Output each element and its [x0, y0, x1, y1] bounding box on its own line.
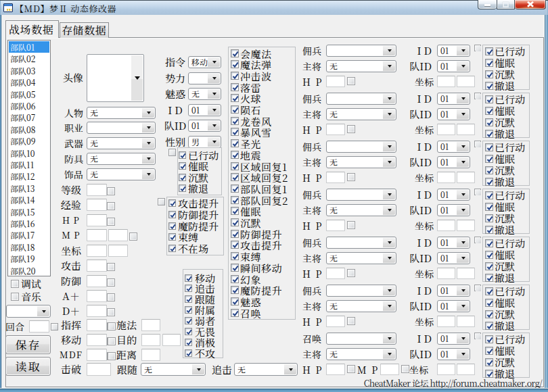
merc-flag-checkbox[interactable] — [485, 191, 493, 199]
merc-combo1-6[interactable] — [326, 333, 396, 345]
merc-combo2-3[interactable]: 无 — [326, 204, 396, 216]
stat-input[interactable] — [87, 319, 107, 331]
debug-checkbox[interactable] — [11, 280, 19, 288]
merc-combo1-4[interactable] — [326, 237, 396, 249]
merc-combo1-0[interactable] — [326, 45, 396, 57]
troop-list-item[interactable]: 部队01 — [9, 41, 49, 53]
merc-hp-checkbox[interactable] — [347, 365, 355, 373]
merc-flag-checkbox[interactable] — [485, 143, 493, 151]
maximize-button[interactable] — [497, 0, 515, 9]
skill-checkbox[interactable] — [231, 173, 239, 181]
merc-coord-y-input[interactable] — [457, 76, 475, 87]
merc-hp-input[interactable] — [326, 172, 345, 183]
merc-flag-checkbox[interactable] — [485, 82, 493, 90]
skill-checkbox[interactable] — [231, 185, 239, 193]
merc-flags-group-checkbox[interactable] — [474, 45, 481, 51]
command-combo-4[interactable]: 01 — [188, 120, 221, 132]
troop-list-item[interactable]: 部队18 — [9, 241, 49, 253]
char-combo-3[interactable]: 无 — [87, 153, 156, 165]
tab-storage-data[interactable]: 存储数据 — [60, 22, 109, 38]
merc-flag-checkbox[interactable] — [485, 287, 493, 295]
state-checkbox[interactable] — [179, 151, 186, 159]
merc-flag-checkbox[interactable] — [485, 322, 493, 330]
state-group-checkbox[interactable] — [168, 149, 176, 156]
stat-input[interactable] — [87, 214, 107, 226]
music-checkbox[interactable] — [11, 293, 19, 301]
pursue-combo[interactable]: 无 — [234, 363, 298, 376]
stat-input[interactable] — [87, 260, 107, 272]
stat-input[interactable] — [87, 275, 107, 287]
state-checkbox[interactable] — [179, 162, 186, 170]
merc-coord-y-input[interactable] — [457, 316, 475, 327]
merc-id-combo-3[interactable]: 01 — [437, 189, 470, 201]
merc-flag-checkbox[interactable] — [485, 118, 493, 126]
ai-checkbox[interactable] — [185, 306, 192, 314]
skill-checkbox[interactable] — [231, 241, 239, 249]
stat-input[interactable] — [87, 305, 107, 317]
merc-id-combo-6[interactable]: 01 — [437, 333, 470, 345]
skill-checkbox[interactable] — [231, 162, 239, 170]
troop-list-item[interactable]: 部队06 — [9, 100, 49, 112]
troop-list-item[interactable]: 部队19 — [9, 253, 49, 264]
follow-combo[interactable]: 无 — [141, 363, 206, 376]
merc-coord-x-input[interactable] — [437, 220, 455, 231]
merc-flag-checkbox[interactable] — [485, 239, 493, 247]
merc-combo1-2[interactable] — [326, 141, 396, 153]
stat-input[interactable] — [87, 184, 107, 196]
merc-team-combo-0[interactable]: 01 — [437, 60, 470, 72]
merc-flags-group-checkbox[interactable] — [474, 333, 481, 339]
troop-list-item[interactable]: 部队05 — [9, 89, 49, 100]
troop-list-item[interactable]: 部队09 — [9, 135, 49, 147]
merc-flags-group-checkbox[interactable] — [474, 237, 481, 243]
command-combo-2[interactable]: 无 — [188, 88, 221, 100]
merc-combo2-0[interactable]: 无 — [326, 60, 396, 72]
troop-list-item[interactable]: 部队20 — [9, 265, 49, 276]
merc-combo2-6[interactable]: 无 — [326, 348, 396, 360]
ai-checkbox[interactable] — [185, 295, 192, 303]
merc-flag-checkbox[interactable] — [485, 203, 493, 211]
skill-checkbox[interactable] — [231, 275, 239, 283]
merc-flag-checkbox[interactable] — [485, 262, 493, 270]
merc-flag-checkbox[interactable] — [485, 251, 493, 259]
merc-coord-y-input[interactable] — [457, 172, 475, 183]
stat-input[interactable] — [87, 229, 107, 241]
command-combo-1[interactable] — [188, 72, 221, 84]
merc-flag-checkbox[interactable] — [485, 59, 493, 67]
merc-id-combo-1[interactable]: 01 — [437, 93, 470, 105]
troop-list-item[interactable]: 部队04 — [9, 76, 49, 88]
merc-hp-input[interactable] — [326, 220, 345, 231]
command-combo-0[interactable]: 移动 — [188, 56, 221, 68]
round-checkbox[interactable] — [51, 323, 58, 330]
merc-flag-checkbox[interactable] — [485, 130, 493, 138]
merc-coord-x-input[interactable] — [437, 268, 455, 279]
merc-coord-y-input[interactable] — [457, 268, 475, 279]
misc-combo[interactable] — [6, 305, 51, 318]
buff-checkbox[interactable] — [168, 222, 176, 230]
skill-checkbox[interactable] — [231, 230, 239, 238]
merc-coord-x-input[interactable] — [437, 76, 455, 87]
skill-checkbox[interactable] — [231, 309, 239, 317]
buff-checkbox[interactable] — [168, 211, 176, 218]
merc-flags-group-checkbox[interactable] — [474, 285, 481, 291]
buff-checkbox[interactable] — [168, 199, 176, 207]
skill-checkbox[interactable] — [231, 151, 239, 159]
troop-list-item[interactable]: 部队16 — [9, 218, 49, 229]
merc-mp-checkbox[interactable] — [401, 365, 409, 373]
merc-team-combo-3[interactable]: 01 — [437, 204, 470, 216]
merc-coord-x-input[interactable] — [437, 172, 455, 183]
merc-hp-input[interactable] — [326, 268, 345, 279]
buff-group-checkbox[interactable] — [158, 198, 165, 205]
char-combo-2[interactable]: 无 — [87, 137, 156, 149]
extra-lock-checkbox[interactable] — [108, 337, 116, 345]
skill-checkbox[interactable] — [231, 72, 239, 80]
char-combo-1[interactable] — [87, 122, 156, 134]
extra-lock-checkbox[interactable] — [108, 322, 116, 330]
merc-flag-checkbox[interactable] — [485, 70, 493, 78]
stat-input-2[interactable] — [108, 245, 128, 257]
troop-list-item[interactable]: 部队17 — [9, 229, 49, 241]
save-button[interactable]: 保存 — [5, 335, 51, 354]
skill-checkbox[interactable] — [231, 105, 239, 114]
merc-flag-checkbox[interactable] — [485, 47, 493, 55]
merc-hp-input[interactable] — [326, 124, 345, 135]
portrait-combo[interactable] — [87, 54, 144, 102]
